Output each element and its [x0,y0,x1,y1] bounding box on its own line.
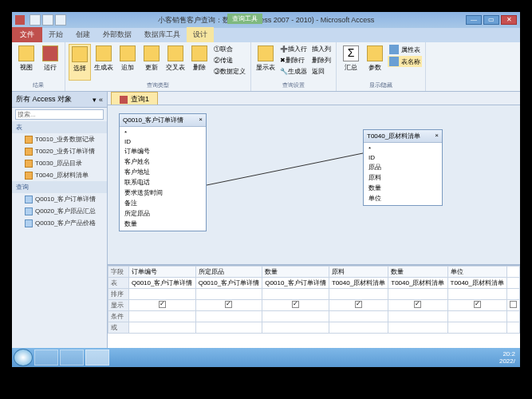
append-button[interactable]: 追加 [116,44,139,81]
qbe-cell[interactable] [262,311,329,322]
start-button[interactable] [14,349,33,366]
qbe-cell[interactable] [262,322,329,334]
qbe-cell[interactable] [506,322,519,334]
qbe-cell[interactable] [329,289,388,300]
qbe-cell[interactable] [195,322,262,334]
qbe-cell[interactable]: 订单编号 [129,267,196,278]
show-table-button[interactable]: 显示表 [254,44,277,81]
taskbar-explorer-button[interactable] [34,350,58,365]
nav-header[interactable]: 所有 Access 对象▾ « [12,92,107,108]
qbe-cell[interactable]: 原料 [329,267,388,278]
select-query-button[interactable]: 选择 [69,44,91,81]
taskbar-access-button[interactable] [85,350,109,365]
nav-group-queries[interactable]: 查询 [12,181,107,193]
qbe-cell[interactable]: T0040_原材料清单 [329,278,388,289]
qbe-cell[interactable] [388,322,447,334]
tab-file[interactable]: 文件 [12,27,42,42]
qbe-cell[interactable]: Q0010_客户订单详情 [262,278,329,289]
delete-query-button[interactable]: 删除 [188,44,211,81]
make-table-button[interactable]: 生成表 [93,44,115,81]
passthrough-button[interactable]: ②传递 [212,55,247,65]
qbe-cell[interactable] [506,278,519,289]
qbe-cell[interactable] [447,300,506,311]
qbe-cell[interactable] [447,289,506,300]
qbe-cell[interactable]: T0040_原材料清单 [447,278,506,289]
minimize-button[interactable]: — [466,15,482,25]
tab-design[interactable]: 设计 [187,27,214,42]
tab-external-data[interactable]: 外部数据 [97,27,138,42]
nav-query-item[interactable]: Q0010_客户订单详情 [12,193,107,205]
qbe-cell[interactable] [506,267,519,278]
totals-button[interactable]: Σ汇总 [340,44,362,81]
tab-home[interactable]: 开始 [42,27,69,42]
qbe-cell[interactable] [195,311,262,322]
qbe-cell[interactable] [129,289,196,300]
qbe-grid[interactable]: 字段订单编号所定原品数量原料数量单位表Q0010_客户订单详情Q0010_客户订… [108,264,520,348]
nav-table-item[interactable]: T0040_原材料清单 [12,169,107,181]
qbe-cell[interactable] [329,311,388,322]
qbe-cell[interactable] [195,289,262,300]
nav-table-item[interactable]: T0030_原品目录 [12,157,107,169]
qbe-cell[interactable] [388,300,447,311]
qbe-cell[interactable] [506,300,519,311]
system-tray[interactable]: 20:22022/ [496,350,518,365]
show-checkbox[interactable] [292,301,299,308]
taskbar-folder-button[interactable] [60,350,84,365]
qbe-cell[interactable] [447,322,506,334]
nav-table-item[interactable]: T0020_业务订单详情 [12,145,107,157]
crosstab-button[interactable]: 交叉表 [164,44,187,81]
show-checkbox[interactable] [159,301,166,308]
update-button[interactable]: 更新 [140,44,163,81]
close-button[interactable]: ✕ [501,15,517,25]
qbe-cell[interactable] [329,300,388,311]
qbe-cell[interactable] [262,300,329,311]
show-checkbox[interactable] [225,301,232,308]
qbe-cell[interactable] [195,300,262,311]
nav-query-item[interactable]: Q0030_客户产品价格 [12,217,107,229]
design-surface[interactable]: Q0010_客户订单详情× *ID订单编号客户姓名客户地址联系电话要求送货时间备… [108,105,520,264]
params-button[interactable]: 参数 [364,44,386,81]
qbe-cell[interactable]: 所定原品 [195,267,262,278]
show-checkbox[interactable] [474,301,481,308]
qbe-cell[interactable]: Q0010_客户订单详情 [129,278,196,289]
return-button[interactable]: 返回 [310,66,333,77]
qbe-cell[interactable] [506,289,519,300]
show-checkbox[interactable] [414,301,421,308]
insert-cols-button[interactable]: 插入列 [310,44,333,54]
union-button[interactable]: ①联合 [212,44,247,54]
search-input[interactable] [15,109,104,120]
view-button[interactable]: 视图 [15,44,37,81]
show-checkbox[interactable] [510,301,517,308]
show-checkbox[interactable] [355,301,362,308]
tab-db-tools[interactable]: 数据库工具 [138,27,187,42]
qbe-cell[interactable] [506,311,519,322]
qat-redo-icon[interactable] [55,14,66,26]
qbe-cell[interactable] [129,300,196,311]
qbe-cell[interactable] [447,311,506,322]
qbe-cell[interactable]: Q0010_客户订单详情 [195,278,262,289]
delete-cols-button[interactable]: 删除列 [310,55,333,65]
property-sheet-button[interactable]: 属性表 [388,44,422,55]
qbe-cell[interactable] [129,311,196,322]
datadef-button[interactable]: ③数据定义 [212,66,247,77]
qbe-cell[interactable] [129,322,196,334]
insert-rows-button[interactable]: ➕插入行 [278,44,309,54]
tab-create[interactable]: 创建 [69,27,97,42]
qbe-cell[interactable]: 单位 [447,267,506,278]
run-button[interactable]: 运行 [39,44,61,81]
qbe-cell[interactable] [388,289,447,300]
maximize-button[interactable]: ▭ [483,15,499,25]
qbe-cell[interactable] [329,322,388,334]
qat-undo-icon[interactable] [42,14,53,26]
qbe-cell[interactable]: 数量 [388,267,447,278]
nav-query-item[interactable]: Q0020_客户原品汇总 [12,205,107,217]
qat-save-icon[interactable] [30,14,41,26]
qbe-cell[interactable]: 数量 [262,267,329,278]
qbe-cell[interactable]: T0040_原材料清单 [388,278,447,289]
table-names-button[interactable]: 表名称 [388,56,422,67]
builder-button[interactable]: 🔧生成器 [278,66,309,77]
nav-group-tables[interactable]: 表 [12,121,107,133]
qbe-cell[interactable] [262,289,329,300]
delete-rows-button[interactable]: ✖删除行 [278,55,309,65]
qbe-cell[interactable] [388,311,447,322]
